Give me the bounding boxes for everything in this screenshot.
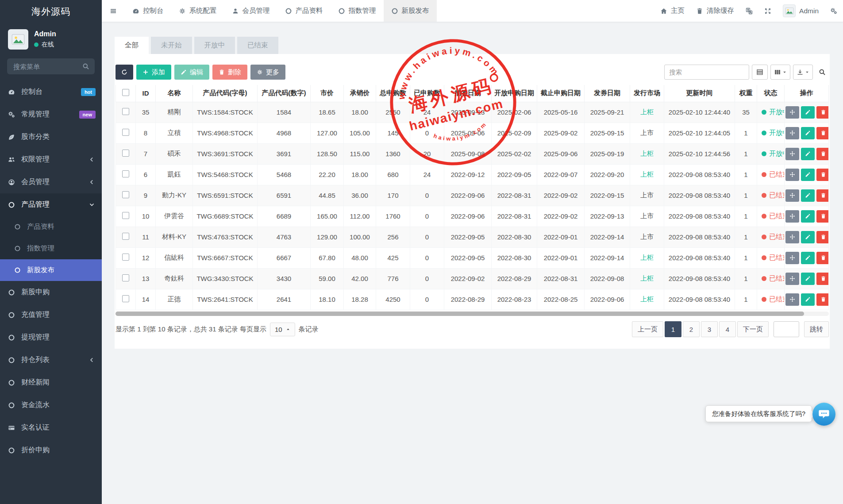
row-edit-button[interactable] — [801, 169, 815, 181]
row-edit-button[interactable] — [801, 293, 815, 306]
sidebar-item-console[interactable]: 控制台hot — [0, 81, 102, 103]
row-delete-button[interactable] — [816, 231, 829, 243]
row-delete-button[interactable] — [816, 148, 829, 160]
row-move-button[interactable] — [785, 189, 799, 202]
sidebar-item-market-category[interactable]: 股市分类 — [0, 126, 102, 148]
row-checkbox[interactable] — [122, 150, 129, 157]
search-toggle-button[interactable] — [816, 65, 829, 80]
jump-page-input[interactable] — [774, 321, 799, 337]
page-button-4[interactable]: 4 — [719, 321, 736, 337]
market-link[interactable]: 上柜 — [640, 254, 654, 261]
sidebar-item-index-manage[interactable]: 指数管理 — [0, 238, 102, 259]
row-delete-button[interactable] — [816, 106, 829, 119]
tab-open[interactable]: 开放中 — [194, 37, 235, 54]
row-checkbox[interactable] — [122, 129, 129, 136]
sidebar-item-member[interactable]: 会员管理 — [0, 171, 102, 193]
delete-button[interactable]: 删除 — [212, 65, 247, 80]
row-edit-button[interactable] — [801, 189, 815, 202]
sidebar-item-permission[interactable]: 权限管理 — [0, 148, 102, 171]
sidebar-item-product-info[interactable]: 产品资料 — [0, 216, 102, 238]
sidebar-item-realname[interactable]: 实名认证 — [0, 416, 102, 439]
clear-cache-button[interactable]: 清除缓存 — [690, 0, 740, 22]
row-checkbox[interactable] — [122, 254, 129, 261]
sidebar-item-ipo-subscribe[interactable]: 新股申购 — [0, 281, 102, 304]
jump-button[interactable]: 跳转 — [804, 321, 829, 337]
row-move-button[interactable] — [785, 169, 799, 181]
select-all-checkbox[interactable] — [122, 89, 129, 96]
tab-all[interactable]: 全部 — [115, 37, 149, 54]
settings-button[interactable] — [824, 0, 843, 22]
row-move-button[interactable] — [785, 231, 799, 243]
row-move-button[interactable] — [785, 106, 799, 119]
tab-ended[interactable]: 已结束 — [237, 37, 278, 54]
sidebar-item-general[interactable]: 常规管理new — [0, 103, 102, 126]
row-edit-button[interactable] — [801, 148, 815, 160]
language-button[interactable] — [740, 0, 758, 22]
row-move-button[interactable] — [785, 210, 799, 223]
nav-item-system-config[interactable]: 系统配置 — [171, 0, 224, 22]
sidebar-item-product[interactable]: 产品管理 — [0, 193, 102, 216]
refresh-button[interactable] — [115, 65, 133, 80]
home-button[interactable]: 主页 — [654, 0, 690, 22]
toggle-view-button[interactable] — [752, 65, 768, 80]
row-checkbox[interactable] — [122, 108, 129, 115]
user-menu[interactable]: Admin — [777, 0, 824, 22]
market-link[interactable]: 上柜 — [640, 295, 654, 303]
export-button[interactable] — [793, 65, 813, 80]
row-checkbox[interactable] — [122, 191, 129, 198]
row-edit-button[interactable] — [801, 231, 815, 243]
nav-item-member[interactable]: 会员管理 — [224, 0, 277, 22]
next-page-button[interactable]: 下一页 — [737, 321, 769, 337]
row-delete-button[interactable] — [816, 252, 829, 264]
row-edit-button[interactable] — [801, 106, 815, 119]
row-checkbox[interactable] — [122, 212, 129, 219]
row-delete-button[interactable] — [816, 210, 829, 223]
market-link[interactable]: 上柜 — [640, 170, 654, 178]
row-delete-button[interactable] — [816, 169, 829, 181]
row-delete-button[interactable] — [816, 293, 829, 306]
row-move-button[interactable] — [785, 252, 799, 264]
sidebar-item-recharge[interactable]: 充值管理 — [0, 304, 102, 326]
sidebar-toggle-button[interactable] — [102, 0, 125, 22]
chat-button[interactable] — [812, 403, 835, 426]
sidebar-item-fund-flow[interactable]: 资金流水 — [0, 394, 102, 416]
row-checkbox[interactable] — [122, 295, 129, 302]
page-button-2[interactable]: 2 — [683, 321, 700, 337]
row-delete-button[interactable] — [816, 273, 829, 285]
row-checkbox[interactable] — [122, 233, 129, 240]
tab-not-started[interactable]: 未开始 — [151, 37, 192, 54]
market-link[interactable]: 上柜 — [640, 108, 654, 115]
row-delete-button[interactable] — [816, 189, 829, 202]
row-move-button[interactable] — [785, 148, 799, 160]
nav-item-ipo-publish[interactable]: 新股发布 — [384, 0, 437, 22]
page-size-select[interactable]: 10 — [270, 323, 295, 336]
row-edit-button[interactable] — [801, 210, 815, 223]
row-checkbox[interactable] — [122, 170, 129, 177]
table-search-input[interactable] — [664, 65, 749, 80]
market-link[interactable]: 上柜 — [640, 274, 654, 282]
page-button-1[interactable]: 1 — [665, 321, 681, 337]
row-edit-button[interactable] — [801, 273, 815, 285]
sidebar-item-ipo-publish[interactable]: 新股发布 — [0, 259, 102, 281]
page-button-3[interactable]: 3 — [701, 321, 718, 337]
nav-item-index-manage[interactable]: 指数管理 — [331, 0, 384, 22]
row-checkbox[interactable] — [122, 274, 129, 281]
prev-page-button[interactable]: 上一页 — [632, 321, 663, 337]
add-button[interactable]: 添加 — [136, 65, 171, 80]
row-edit-button[interactable] — [801, 252, 815, 264]
market-link[interactable]: 上柜 — [640, 150, 654, 157]
row-delete-button[interactable] — [816, 127, 829, 139]
row-move-button[interactable] — [785, 127, 799, 139]
sidebar-item-positions[interactable]: 持仓列表 — [0, 349, 102, 371]
sidebar-item-finance-news[interactable]: 财经新闻 — [0, 371, 102, 394]
edit-button[interactable]: 编辑 — [174, 65, 209, 80]
scrollbar-thumb[interactable] — [115, 312, 804, 316]
sidebar-item-discount-subscribe[interactable]: 折价申购 — [0, 439, 102, 462]
row-edit-button[interactable] — [801, 127, 815, 139]
nav-item-console[interactable]: 控制台 — [125, 0, 171, 22]
nav-item-product-info[interactable]: 产品资料 — [277, 0, 331, 22]
row-move-button[interactable] — [785, 273, 799, 285]
fullscreen-button[interactable] — [758, 0, 777, 22]
columns-button[interactable] — [770, 65, 790, 80]
row-move-button[interactable] — [785, 293, 799, 306]
